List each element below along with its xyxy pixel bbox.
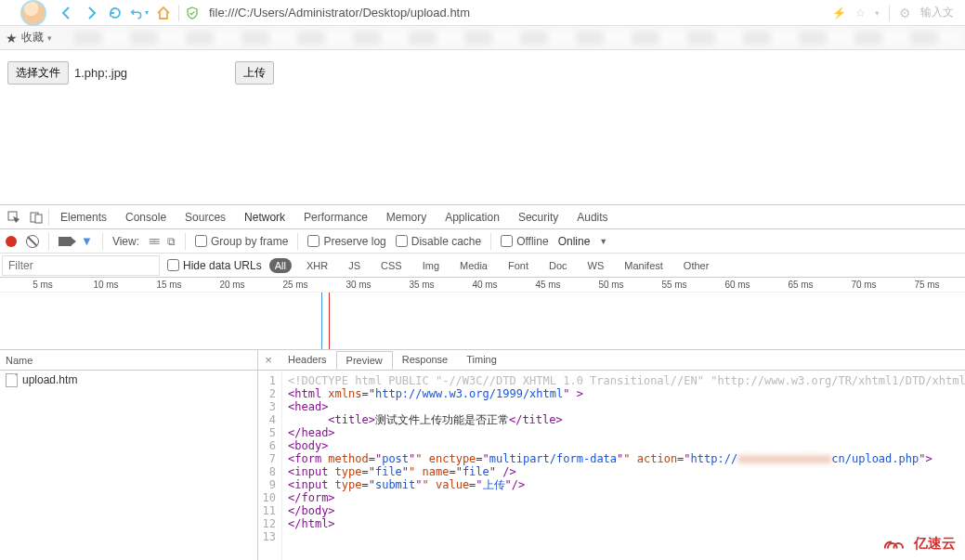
devtools-tab-security[interactable]: Security: [509, 207, 567, 228]
toolbar-right: ⚡ ☆ ▾ ⚙ 输入文: [827, 5, 959, 21]
filter-type-other[interactable]: Other: [678, 258, 715, 273]
favorites-star-icon[interactable]: ★: [6, 31, 18, 46]
favorites-label[interactable]: 收藏: [21, 30, 44, 46]
detail-tab-preview[interactable]: Preview: [336, 351, 393, 370]
code-lines[interactable]: <!DOCTYPE html PUBLIC "-//W3C//DTD XHTML…: [282, 371, 965, 560]
selected-filename: 1.php;.jpg: [74, 66, 127, 80]
timeline-tick: 50 ms: [598, 280, 623, 290]
devtools-tab-sources[interactable]: Sources: [176, 207, 235, 228]
back-icon[interactable]: [58, 4, 76, 22]
filter-row: Hide data URLs AllXHRJSCSSImgMediaFontDo…: [0, 254, 965, 278]
request-name: upload.htm: [22, 373, 77, 386]
filter-type-manifest[interactable]: Manifest: [619, 258, 669, 273]
timeline-tick: 70 ms: [851, 280, 876, 290]
request-row[interactable]: upload.htm: [0, 371, 257, 389]
line-gutter: 12345678910111213: [258, 371, 282, 560]
separator: [178, 5, 179, 21]
timeline-tick: 20 ms: [219, 280, 244, 290]
filter-type-js[interactable]: JS: [343, 258, 366, 273]
devtools-tab-bar: ElementsConsoleSourcesNetworkPerformance…: [0, 205, 965, 229]
forward-icon[interactable]: [82, 4, 100, 22]
filter-type-css[interactable]: CSS: [375, 258, 408, 273]
filter-type-ws[interactable]: WS: [582, 258, 610, 273]
bottom-panel: Name upload.htm × HeadersPreviewResponse…: [0, 350, 965, 560]
devtools-tab-console[interactable]: Console: [116, 207, 176, 228]
timeline-tick: 75 ms: [914, 280, 939, 290]
devtools-tab-audits[interactable]: Audits: [567, 207, 617, 228]
timeline-tick: 35 ms: [409, 280, 434, 290]
filter-input[interactable]: [2, 255, 160, 276]
device-icon[interactable]: [28, 209, 45, 226]
detail-tab-headers[interactable]: Headers: [279, 351, 336, 369]
browser-toolbar: ▾ ⚡ ☆ ▾ ⚙ 输入文: [0, 0, 965, 26]
load-line: [329, 293, 330, 350]
filter-type-media[interactable]: Media: [454, 258, 493, 273]
bookmarks-bar: ★ 收藏 ▾: [0, 26, 965, 50]
url-input[interactable]: [205, 6, 821, 20]
request-list: Name upload.htm: [0, 350, 258, 560]
group-by-frame-checkbox[interactable]: Group by frame: [195, 235, 288, 248]
clear-icon[interactable]: [26, 235, 39, 248]
timeline[interactable]: 5 ms10 ms15 ms20 ms25 ms30 ms35 ms40 ms4…: [0, 278, 965, 350]
inspect-icon[interactable]: [6, 209, 22, 226]
detail-tabs: × HeadersPreviewResponseTiming: [258, 350, 965, 371]
timeline-tick: 60 ms: [724, 280, 750, 290]
devtools-tab-elements[interactable]: Elements: [51, 207, 116, 228]
paw-icon[interactable]: ⚙: [899, 6, 911, 20]
devtools: ElementsConsoleSourcesNetworkPerformance…: [0, 204, 965, 560]
throttling-select[interactable]: Online: [558, 235, 591, 248]
avatar[interactable]: [6, 0, 52, 26]
blurred-bookmarks: [74, 32, 959, 45]
name-column-header[interactable]: Name: [0, 350, 257, 371]
devtools-tab-memory[interactable]: Memory: [377, 207, 436, 228]
large-rows-icon[interactable]: ≡≡: [149, 235, 158, 248]
filter-icon[interactable]: ▼: [81, 234, 93, 248]
close-icon[interactable]: ×: [258, 353, 279, 367]
file-icon: [6, 373, 18, 387]
filter-type-all[interactable]: All: [269, 258, 292, 273]
devtools-tab-performance[interactable]: Performance: [294, 207, 377, 228]
choose-file-button[interactable]: 选择文件: [7, 61, 69, 85]
view-label: View:: [112, 235, 139, 248]
filter-type-font[interactable]: Font: [502, 258, 534, 273]
search-placeholder: 输入文: [920, 5, 954, 20]
hide-data-urls-checkbox[interactable]: Hide data URLs: [167, 259, 262, 272]
timeline-tick: 15 ms: [156, 280, 181, 290]
timeline-tick: 55 ms: [661, 280, 686, 290]
timeline-tick: 65 ms: [788, 280, 813, 290]
timeline-tick: 5 ms: [33, 280, 53, 290]
svg-rect-2: [35, 215, 42, 223]
filter-type-list: AllXHRJSCSSImgMediaFontDocWSManifestOthe…: [269, 258, 715, 273]
request-detail: × HeadersPreviewResponseTiming 123456789…: [258, 350, 965, 560]
camera-icon[interactable]: [59, 237, 72, 246]
devtools-tab-network[interactable]: Network: [235, 207, 294, 228]
network-toolbar: ▼ View: ≡≡ ⧉ Group by frame Preserve log…: [0, 229, 965, 254]
timeline-tick: 30 ms: [346, 280, 371, 290]
page-content: 选择文件 1.php;.jpg 上传: [0, 50, 965, 204]
devtools-tab-application[interactable]: Application: [436, 207, 509, 228]
watermark: 亿速云: [880, 534, 956, 553]
preview-code: 12345678910111213 <!DOCTYPE html PUBLIC …: [258, 371, 965, 560]
lightning-icon[interactable]: ⚡: [832, 7, 846, 20]
upload-button[interactable]: 上传: [235, 61, 274, 85]
filter-type-img[interactable]: Img: [417, 258, 445, 273]
timeline-tick: 10 ms: [93, 280, 118, 290]
record-icon[interactable]: [6, 236, 17, 247]
detail-tab-response[interactable]: Response: [393, 351, 458, 369]
preserve-log-checkbox[interactable]: Preserve log: [307, 235, 385, 248]
chevron-down-icon: ▼: [599, 237, 607, 246]
filter-type-doc[interactable]: Doc: [543, 258, 573, 273]
filter-type-xhr[interactable]: XHR: [301, 258, 333, 273]
waterfall-icon[interactable]: ⧉: [167, 235, 176, 248]
detail-tab-timing[interactable]: Timing: [457, 351, 506, 369]
offline-checkbox[interactable]: Offline: [501, 235, 548, 248]
home-icon[interactable]: [154, 4, 173, 22]
undo-icon[interactable]: ▾: [130, 4, 149, 22]
domcontentloaded-line: [321, 293, 322, 350]
star-icon[interactable]: ☆: [855, 7, 866, 20]
disable-cache-checkbox[interactable]: Disable cache: [396, 235, 481, 248]
reload-icon[interactable]: [106, 4, 124, 22]
timeline-tick: 25 ms: [282, 280, 307, 290]
shield-icon: [185, 6, 200, 20]
timeline-tick: 40 ms: [472, 280, 497, 290]
